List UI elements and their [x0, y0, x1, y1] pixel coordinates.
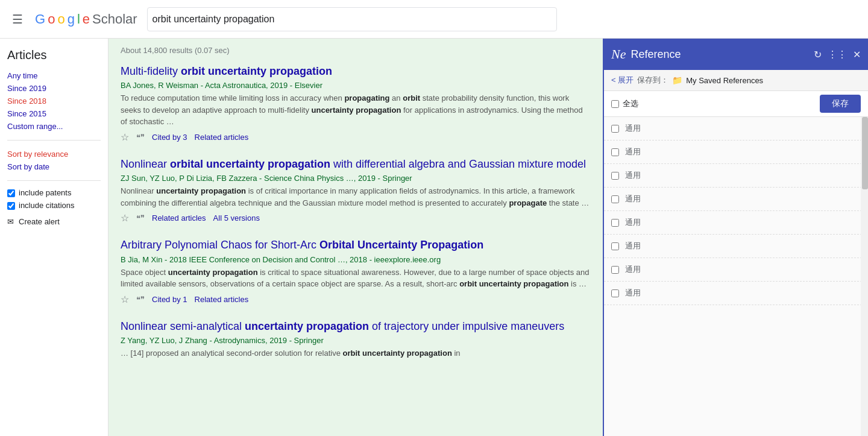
- star-icon[interactable]: ☆: [121, 212, 129, 224]
- ref-item-label: 通用: [625, 170, 641, 181]
- all-versions-link[interactable]: All 5 versions: [213, 213, 260, 223]
- save-button[interactable]: 保存: [820, 95, 861, 113]
- select-all-label: 全选: [623, 98, 638, 109]
- list-item: 通用: [604, 211, 868, 235]
- result-meta: ZJ Sun, YZ Luo, P Di Lizia, FB Zazzera -…: [121, 174, 591, 183]
- related-articles-link[interactable]: Related articles: [195, 295, 249, 304]
- author-link[interactable]: Z Yang: [121, 336, 145, 345]
- sidebar: Articles Any time Since 2019 Since 2018 …: [0, 39, 108, 436]
- search-input[interactable]: [153, 14, 552, 25]
- list-item: 通用: [604, 141, 868, 164]
- author-link[interactable]: P Di Lizia: [179, 174, 212, 183]
- author-link[interactable]: YZ Luo: [149, 336, 175, 345]
- cited-by-link[interactable]: Cited by 1: [152, 295, 187, 304]
- result-item: Nonlinear semi-analytical uncertainty pr…: [121, 320, 591, 359]
- related-articles-link[interactable]: Related articles: [195, 133, 249, 142]
- ref-item-label: 通用: [625, 123, 641, 134]
- hamburger-menu[interactable]: ☰: [10, 10, 25, 29]
- time-filter-any[interactable]: Any time: [7, 69, 101, 82]
- author-link[interactable]: B Jia: [121, 255, 138, 264]
- ref-item-label: 通用: [625, 264, 641, 275]
- folder-icon: 📁: [672, 75, 682, 85]
- list-item: 通用: [604, 258, 868, 282]
- include-patents-checkbox[interactable]: [7, 189, 15, 197]
- refresh-icon[interactable]: ↻: [814, 49, 822, 60]
- ref-item-checkbox[interactable]: [611, 266, 619, 274]
- time-filter-custom[interactable]: Custom range...: [7, 120, 101, 133]
- result-link[interactable]: Nonlinear orbital uncertainty propagatio…: [121, 158, 586, 170]
- result-snippet: Nonlinear uncertainty propagation is of …: [121, 185, 591, 209]
- ref-item-checkbox[interactable]: [611, 289, 619, 297]
- list-item: 通用: [604, 235, 868, 258]
- sidebar-divider-1: [7, 140, 101, 141]
- star-icon[interactable]: ☆: [121, 294, 129, 305]
- author-link[interactable]: M Xin: [142, 255, 162, 264]
- select-all-checkbox[interactable]: [611, 100, 619, 108]
- ref-item-label: 通用: [625, 194, 641, 204]
- time-filter-2015[interactable]: Since 2015: [7, 107, 101, 120]
- cited-by-link[interactable]: Cited by 3: [152, 133, 187, 142]
- ref-header-right: ↻ ⋮⋮ ✕: [814, 49, 861, 60]
- ref-item-checkbox[interactable]: [611, 125, 619, 133]
- result-actions: ☆ ❝❞ Cited by 1 Related articles: [121, 294, 591, 305]
- articles-label: Articles: [7, 48, 101, 62]
- grid-icon[interactable]: ⋮⋮: [828, 49, 847, 60]
- results-count: About 14,800 results (0.07 sec): [121, 46, 591, 55]
- results-area: About 14,800 results (0.07 sec) Multi-fi…: [108, 39, 603, 436]
- star-icon[interactable]: ☆: [121, 131, 129, 143]
- expand-button[interactable]: < 展开: [611, 75, 634, 86]
- ref-logo: Ne: [611, 46, 626, 62]
- result-title: Arbitrary Polynomial Chaos for Short-Arc…: [121, 238, 591, 252]
- save-to-label: 保存到：: [637, 75, 668, 86]
- sort-relevance[interactable]: Sort by relevance: [7, 148, 101, 160]
- result-meta: B Jia, M Xin - 2018 IEEE Conference on D…: [121, 255, 591, 264]
- result-link[interactable]: Arbitrary Polynomial Chaos for Short-Arc…: [121, 239, 483, 251]
- result-item: Nonlinear orbital uncertainty propagatio…: [121, 157, 591, 224]
- result-item: Multi-fidelity orbit uncertainty propaga…: [121, 65, 591, 143]
- select-all-row: 全选: [611, 98, 638, 109]
- ref-item-label: 通用: [625, 217, 641, 228]
- include-patents-row: include patents: [7, 188, 101, 197]
- ref-subheader: < 展开 保存到： 📁 My Saved References: [604, 70, 868, 91]
- result-link[interactable]: Multi-fidelity orbit uncertainty propaga…: [121, 65, 332, 77]
- scrollbar-thumb[interactable]: [862, 117, 868, 189]
- ref-actions-bar: 全选 保存: [604, 91, 868, 117]
- author-link[interactable]: ZJ Sun: [121, 174, 145, 183]
- cite-icon[interactable]: ❝❞: [136, 213, 145, 223]
- result-link[interactable]: Nonlinear semi-analytical uncertainty pr…: [121, 320, 564, 332]
- create-alert-button[interactable]: ✉ Create alert: [7, 217, 101, 226]
- ref-item-checkbox[interactable]: [611, 242, 619, 250]
- ref-list: 通用 通用 通用 通用 通用 通用: [604, 117, 868, 436]
- scrollbar[interactable]: [861, 117, 868, 436]
- create-alert-label: Create alert: [19, 217, 60, 226]
- sidebar-divider-2: [7, 180, 101, 181]
- result-actions: ☆ ❝❞ Related articles All 5 versions: [121, 212, 591, 224]
- ref-item-checkbox[interactable]: [611, 195, 619, 203]
- result-snippet: Space object uncertainty propagation is …: [121, 267, 591, 290]
- envelope-icon: ✉: [7, 217, 14, 226]
- result-meta: BA Jones, R Weisman - Acta Astronautica,…: [121, 81, 591, 90]
- list-item: 通用: [604, 117, 868, 141]
- ref-title: Reference: [631, 48, 681, 61]
- cite-icon[interactable]: ❝❞: [136, 133, 145, 142]
- result-title: Nonlinear orbital uncertainty propagatio…: [121, 157, 591, 171]
- result-snippet: To reduce computation time while limitin…: [121, 92, 591, 128]
- ref-item-checkbox[interactable]: [611, 148, 619, 156]
- include-citations-checkbox[interactable]: [7, 202, 15, 210]
- related-articles-link[interactable]: Related articles: [152, 213, 206, 223]
- result-snippet: … [14] proposed an analytical second-ord…: [121, 347, 591, 359]
- search-bar: [147, 7, 557, 31]
- ref-item-checkbox[interactable]: [611, 219, 619, 227]
- ref-item-label: 通用: [625, 288, 641, 299]
- cite-icon[interactable]: ❝❞: [136, 295, 145, 304]
- list-item: 通用: [604, 282, 868, 305]
- author-link[interactable]: YZ Luo: [149, 174, 175, 183]
- sort-date[interactable]: Sort by date: [7, 160, 101, 173]
- time-filter-2018[interactable]: Since 2018: [7, 95, 101, 107]
- close-icon[interactable]: ✕: [853, 49, 861, 60]
- author-link[interactable]: BA Jones: [121, 81, 154, 90]
- ref-path-label[interactable]: My Saved References: [686, 76, 763, 85]
- list-item: 通用: [604, 164, 868, 188]
- ref-item-checkbox[interactable]: [611, 172, 619, 180]
- time-filter-2019[interactable]: Since 2019: [7, 82, 101, 95]
